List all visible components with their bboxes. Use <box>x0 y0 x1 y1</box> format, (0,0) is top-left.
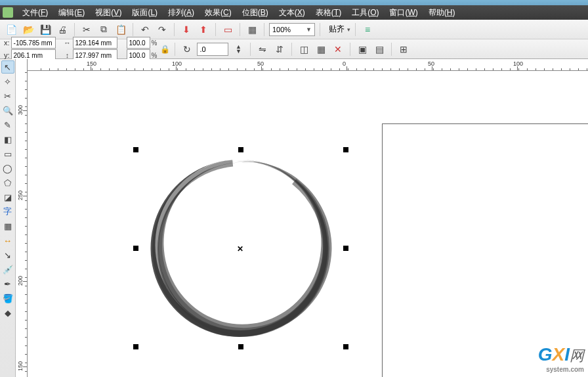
save-icon[interactable]: 💾 <box>38 22 52 37</box>
toolbox: ↖ ✧ ✂ 🔍 ✎ ◧ ▭ ◯ ⬠ ◪ 字 ▦ ↔ ↘ 💉 ✒ 🪣 ◆ <box>0 59 16 377</box>
wrap-icon[interactable]: ◫ <box>297 42 311 56</box>
pick-tool[interactable]: ↖ <box>1 60 14 74</box>
mirror-h-icon[interactable]: ⇋ <box>255 42 270 56</box>
zoom-combo[interactable]: 100% ▼ <box>269 23 315 36</box>
polygon-tool[interactable]: ⬠ <box>1 176 14 189</box>
horizontal-ruler[interactable]: 15010050050100150 <box>28 59 588 71</box>
separator <box>264 23 264 36</box>
cut-icon[interactable]: ✂ <box>79 22 94 37</box>
crop-tool[interactable]: ✂ <box>1 89 14 102</box>
menu-l[interactable]: 版面(L) <box>127 7 163 18</box>
snap-label[interactable]: 贴齐 <box>329 24 345 35</box>
copy-icon[interactable]: ⧉ <box>96 22 111 37</box>
separator <box>215 23 216 36</box>
export-icon[interactable]: ⬆ <box>196 22 211 37</box>
align-icon[interactable]: ⊞ <box>396 42 411 56</box>
zoom-tool[interactable]: 🔍 <box>1 104 14 117</box>
ellipse-tool[interactable]: ◯ <box>1 162 14 175</box>
rotate-icon: ↻ <box>180 42 194 56</box>
x-label: x: <box>4 39 10 47</box>
ruler-tick: 50 <box>428 60 434 67</box>
smart-fill-tool[interactable]: ◧ <box>1 133 14 146</box>
new-icon[interactable]: 📄 <box>4 22 18 37</box>
titlebar <box>0 0 588 5</box>
menu-v[interactable]: 视图(V) <box>90 7 127 18</box>
menu-c[interactable]: 效果(C) <box>200 7 237 18</box>
width-input[interactable]: 129.164 mm <box>73 37 117 49</box>
dimension-tool[interactable]: ↔ <box>1 234 14 247</box>
print-icon[interactable]: 🖨 <box>55 22 70 37</box>
resize-handle-bm[interactable] <box>238 344 243 349</box>
resize-handle-br[interactable] <box>343 344 348 349</box>
chevron-down-icon: ▼ <box>306 26 312 33</box>
separator <box>133 23 133 36</box>
menu-e[interactable]: 编辑(E) <box>53 7 90 18</box>
crop-icon[interactable]: ✕ <box>331 42 345 56</box>
separator <box>175 43 175 56</box>
eyedropper-tool[interactable]: 💉 <box>1 263 14 276</box>
open-icon[interactable]: 📂 <box>21 22 35 37</box>
paste-icon[interactable]: 📋 <box>114 22 128 37</box>
undo-icon[interactable]: ↶ <box>138 22 152 37</box>
connector-tool[interactable]: ↘ <box>1 248 14 261</box>
scale-w-input[interactable]: 100.0 <box>127 37 150 49</box>
vertical-ruler[interactable]: 300250200150 <box>16 59 28 377</box>
separator <box>355 23 356 36</box>
mirror-v-icon[interactable]: ⇵ <box>272 42 287 56</box>
canvas[interactable]: ✕ <box>28 71 588 377</box>
menu-f[interactable]: 文件(F) <box>17 7 53 18</box>
interactive-fill-tool[interactable]: ◆ <box>1 306 14 319</box>
width-icon: ↔ <box>62 37 73 48</box>
menu-x[interactable]: 文本(X) <box>274 7 310 18</box>
ungroup-icon[interactable]: ▤ <box>372 42 387 56</box>
property-bar: x: -105.785 mm y: 206.1 mm ↔ 129.164 mm … <box>0 39 588 59</box>
shape-tool[interactable]: ✧ <box>1 75 14 88</box>
fill-tool[interactable]: 🪣 <box>1 292 14 305</box>
separator <box>350 43 350 56</box>
trace-icon[interactable]: ▦ <box>314 42 328 56</box>
separator <box>320 23 320 36</box>
separator <box>391 43 392 56</box>
freehand-tool[interactable]: ✎ <box>1 118 14 131</box>
workspace: ↖ ✧ ✂ 🔍 ✎ ◧ ▭ ◯ ⬠ ◪ 字 ▦ ↔ ↘ 💉 ✒ 🪣 ◆ 1501… <box>0 59 588 377</box>
canvas-area: 15010050050100150 300250200150 <box>16 59 588 377</box>
group-icon[interactable]: ▣ <box>355 42 369 56</box>
table-tool[interactable]: ▦ <box>1 219 14 233</box>
menu-t[interactable]: 表格(T) <box>310 7 346 18</box>
selected-object[interactable]: ✕ <box>136 150 346 347</box>
percent-label: % <box>152 39 158 47</box>
menubar: 文件(F)编辑(E)视图(V)版面(L)排列(A)效果(C)位图(B)文本(X)… <box>0 5 588 20</box>
chevron-down-icon[interactable]: ▾ <box>347 26 350 33</box>
rectangle-tool[interactable]: ▭ <box>1 147 14 160</box>
redo-icon[interactable]: ↷ <box>155 22 169 37</box>
text-tool[interactable]: 字 <box>1 205 14 218</box>
options-icon[interactable]: ▦ <box>245 22 259 37</box>
resize-handle-ml[interactable] <box>133 246 138 251</box>
x-input[interactable]: -105.785 mm <box>11 37 56 49</box>
basic-shapes-tool[interactable]: ◪ <box>1 190 14 204</box>
menu-a[interactable]: 排列(A) <box>163 7 200 18</box>
menu-o[interactable]: 工具(O) <box>346 7 384 18</box>
menu-h[interactable]: 帮助(H) <box>423 7 461 18</box>
lock-icon[interactable]: 🔒 <box>159 45 170 54</box>
resize-handle-bl[interactable] <box>133 344 138 349</box>
menu-w[interactable]: 窗口(W) <box>384 7 423 18</box>
center-marker: ✕ <box>237 244 243 254</box>
resize-handle-tl[interactable] <box>133 147 138 152</box>
percent-label: % <box>152 52 158 59</box>
menu-b[interactable]: 位图(B) <box>237 7 274 18</box>
separator <box>250 43 251 56</box>
stepper-icon[interactable]: ▲▼ <box>231 42 245 56</box>
separator <box>174 23 175 36</box>
outline-tool[interactable]: ✒ <box>1 277 14 290</box>
resize-handle-tm[interactable] <box>238 147 243 152</box>
snap-icon[interactable]: ▭ <box>220 22 235 37</box>
resize-handle-mr[interactable] <box>343 246 348 251</box>
rotation-input[interactable]: .0 <box>197 43 228 56</box>
import-icon[interactable]: ⬇ <box>179 22 194 37</box>
page-boundary <box>382 123 588 377</box>
guidelines-icon[interactable]: ≡ <box>360 22 375 37</box>
separator <box>74 23 75 36</box>
zoom-value: 100% <box>272 26 291 33</box>
resize-handle-tr[interactable] <box>343 147 348 152</box>
